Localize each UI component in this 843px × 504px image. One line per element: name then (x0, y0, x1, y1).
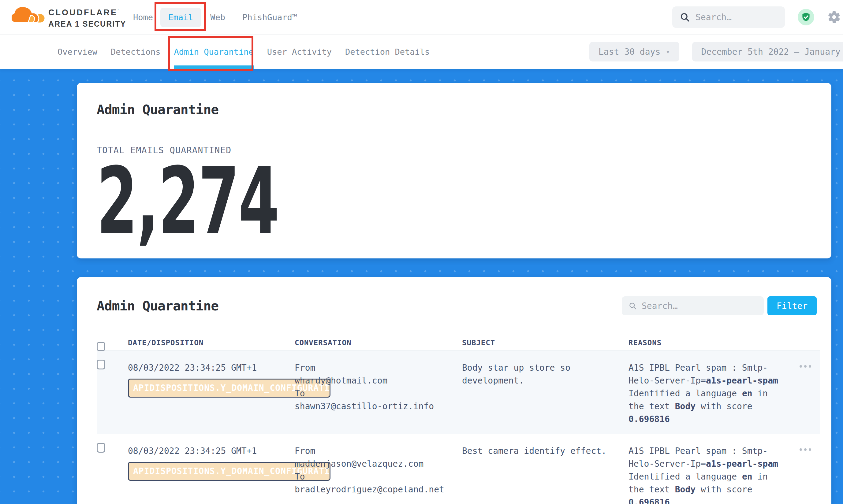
row-checkbox-cell (97, 350, 128, 434)
gear-icon (827, 10, 841, 24)
date-disposition-cell: 08/03/2022 23:34:25 GMT+1APIDISPOSITIONS… (128, 434, 295, 504)
tab-detections[interactable]: Detections (111, 35, 161, 69)
row-checkbox[interactable] (97, 443, 105, 453)
reasons-cell: A1S IPBL Pearl spam : Smtp-Helo-Server-I… (629, 350, 800, 434)
cloudflare-cloud-icon (12, 4, 45, 28)
table-row: 08/03/2022 23:34:25 GMT+1APIDISPOSITIONS… (97, 434, 820, 504)
table-body: 08/03/2022 23:34:25 GMT+1APIDISPOSITIONS… (97, 350, 820, 504)
brand-text: CLOUDFLARE’ AREA 1 SECURITY (48, 4, 126, 29)
tab-overview[interactable]: Overview (57, 35, 97, 69)
table-row: 08/03/2022 23:34:25 GMT+1APIDISPOSITIONS… (97, 350, 820, 434)
brand-trademark: ’ (118, 8, 120, 13)
column-header-subject: SUBJECT (462, 339, 629, 347)
filter-button[interactable]: Filter (768, 296, 817, 315)
chevron-down-icon: ▾ (666, 48, 670, 56)
search-icon (629, 301, 637, 310)
to-email: shawn37@castillo-ortiz.info (295, 400, 462, 413)
tab-admin-quarantine[interactable]: Admin Quarantine (174, 35, 254, 69)
settings-button[interactable] (827, 10, 841, 24)
top-navbar: CLOUDFLARE’ AREA 1 SECURITY Home Email W… (0, 0, 843, 35)
row-checkbox[interactable] (97, 360, 105, 370)
to-label: To (295, 470, 462, 483)
from-label: From (295, 445, 462, 457)
select-all-checkbox[interactable] (97, 342, 105, 351)
nav-item-web[interactable]: Web (210, 13, 225, 22)
security-status-badge[interactable] (798, 9, 814, 25)
row-checkbox-cell (97, 434, 128, 504)
cloudflare-logo[interactable]: CLOUDFLARE’ AREA 1 SECURITY (12, 4, 126, 29)
table-card-title: Admin Quarantine (97, 298, 218, 313)
reasons-cell: A1S IPBL Pearl spam : Smtp-Helo-Server-I… (629, 434, 800, 504)
to-label: To (295, 387, 462, 400)
conversation-cell: Fromwhardy@hotmail.comToshawn37@castillo… (295, 350, 462, 434)
column-header-conversation: CONVERSATION (295, 339, 462, 347)
section-tabs: Overview Detections Admin Quarantine Use… (57, 35, 429, 69)
subject-cell: Best camera identify effect. (462, 434, 629, 504)
to-email: bradleyrodriguez@copeland.net (295, 483, 462, 496)
metric-value: 2,274 (97, 162, 554, 240)
row-menu-button[interactable] (800, 434, 820, 504)
row-subject: Best camera identify effect. (462, 445, 615, 457)
table-search-input[interactable] (642, 301, 757, 311)
app-window: CLOUDFLARE’ AREA 1 SECURITY Home Email W… (0, 0, 843, 504)
global-search[interactable] (672, 6, 785, 28)
from-email: maddenjason@velazquez.com (295, 457, 462, 470)
row-date: 08/03/2022 23:34:25 GMT+1 (128, 361, 295, 374)
date-controls: Last 30 days ▾ December 5th 2022 — Janua… (589, 42, 843, 61)
quarantine-table-card: Admin Quarantine Filter DATE/DISPOSITION (77, 277, 831, 504)
topnav-right-cluster (672, 6, 841, 28)
summary-card: Admin Quarantine TOTAL EMAILS QUARANTINE… (77, 83, 831, 258)
nav-item-home[interactable]: Home (133, 13, 153, 22)
shield-check-icon (801, 12, 811, 22)
column-header-reasons: REASONS (629, 339, 800, 347)
period-dropdown[interactable]: Last 30 days ▾ (589, 42, 679, 61)
table-controls: Filter (622, 296, 817, 315)
subject-cell: Body star up store so development. (462, 350, 629, 434)
row-subject: Body star up store so development. (462, 361, 615, 387)
row-date: 08/03/2022 23:34:25 GMT+1 (128, 445, 295, 457)
nav-item-phishguard[interactable]: PhishGuard™ (242, 13, 297, 22)
brand-subtitle: AREA 1 SECURITY (48, 20, 126, 29)
tab-detection-details[interactable]: Detection Details (345, 35, 429, 69)
tab-user-activity[interactable]: User Activity (267, 35, 332, 69)
date-range-button[interactable]: December 5th 2022 — January 4th 2023 (692, 42, 843, 61)
table-search[interactable] (622, 296, 764, 315)
brand-name: CLOUDFLARE (48, 8, 118, 17)
summary-card-title: Admin Quarantine (97, 102, 811, 117)
from-label: From (295, 361, 462, 374)
page-content: Admin Quarantine TOTAL EMAILS QUARANTINE… (0, 69, 843, 504)
ellipsis-icon (800, 448, 820, 451)
from-email: whardy@hotmail.com (295, 374, 462, 387)
date-disposition-cell: 08/03/2022 23:34:25 GMT+1APIDISPOSITIONS… (128, 350, 295, 434)
section-tabs-bar: Overview Detections Admin Quarantine Use… (0, 35, 843, 69)
column-header-date: DATE/DISPOSITION (128, 339, 295, 347)
search-icon (680, 12, 690, 22)
row-reasons: A1S IPBL Pearl spam : Smtp-Helo-Server-I… (629, 361, 781, 426)
table-header-row: DATE/DISPOSITION CONVERSATION SUBJECT RE… (97, 333, 820, 350)
primary-nav: Home Email Web PhishGuard™ (133, 0, 297, 35)
nav-item-email[interactable]: Email (160, 8, 201, 27)
ellipsis-icon (800, 365, 820, 367)
conversation-cell: Frommaddenjason@velazquez.comTobradleyro… (295, 434, 462, 504)
row-menu-button[interactable] (800, 350, 820, 434)
row-reasons: A1S IPBL Pearl spam : Smtp-Helo-Server-I… (629, 445, 781, 504)
global-search-input[interactable] (696, 12, 777, 22)
